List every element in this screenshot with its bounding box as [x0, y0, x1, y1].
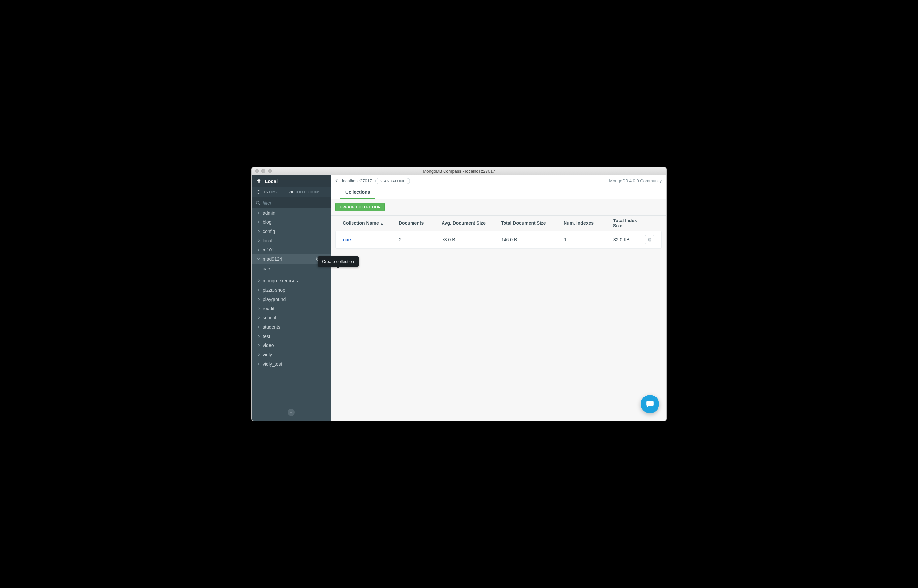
server-version: MongoDB 4.0.0 Community: [609, 178, 662, 183]
cell-docs: 2: [399, 237, 442, 242]
col-idx-header[interactable]: Num. Indexes: [564, 221, 613, 226]
database-name: admin: [263, 210, 327, 216]
col-name-header[interactable]: Collection Name▲: [343, 221, 399, 226]
chevron-right-icon: [256, 239, 261, 242]
col-total-header[interactable]: Total Document Size: [501, 221, 564, 226]
sidebar-database-item[interactable]: vidly: [252, 350, 331, 359]
cell-idx: 1: [564, 237, 613, 242]
chevron-right-icon: [256, 279, 261, 283]
database-name: video: [263, 343, 327, 348]
sidebar-database-item[interactable]: mongo-exercises: [252, 276, 331, 286]
chevron-right-icon: [256, 353, 261, 356]
sidebar: Local 16 DBS 30 COLLECTIONS adminblogcon…: [252, 175, 331, 420]
db-count-label: DBS: [269, 190, 276, 194]
table-row: cars 2 73.0 B 146.0 B 1 32.0 KB: [335, 231, 662, 249]
chevron-right-icon: [256, 344, 261, 347]
col-docs-header[interactable]: Documents: [399, 221, 441, 226]
cell-avg: 73.0 B: [442, 237, 501, 242]
collection-link[interactable]: cars: [343, 237, 399, 242]
traffic-lights: [255, 169, 272, 173]
sidebar-database-item[interactable]: students: [252, 322, 331, 331]
database-name: mongo-exercises: [263, 278, 327, 283]
database-name: test: [263, 334, 327, 339]
database-name: mad9124: [263, 257, 315, 262]
action-bar: CREATE COLLECTION: [331, 199, 666, 216]
sidebar-database-item[interactable]: blog: [252, 218, 331, 227]
filter-input[interactable]: [263, 200, 327, 206]
database-name: playground: [263, 297, 327, 302]
chevron-right-icon: [256, 230, 261, 233]
sidebar-database-item[interactable]: m101: [252, 245, 331, 254]
window-title: MongoDB Compass - localhost:27017: [252, 169, 666, 174]
search-icon: [255, 201, 260, 205]
app-window: MongoDB Compass - localhost:27017 Local …: [251, 167, 667, 421]
chevron-right-icon: [256, 211, 261, 215]
tab-collections[interactable]: Collections: [340, 186, 375, 199]
create-collection-button[interactable]: CREATE COLLECTION: [335, 203, 385, 211]
breadcrumb[interactable]: localhost:27017: [342, 178, 372, 183]
close-window-button[interactable]: [255, 169, 259, 173]
topology-badge: STANDALONE: [375, 178, 410, 184]
database-name: pizza-shop: [263, 288, 327, 293]
chevron-down-icon: [256, 258, 261, 260]
home-icon: [256, 178, 262, 184]
database-name: vidly: [263, 352, 327, 357]
chevron-right-icon: [256, 362, 261, 365]
collections-table: Collection Name▲ Documents Avg. Document…: [331, 216, 666, 253]
sidebar-stats: 16 DBS 30 COLLECTIONS: [252, 187, 331, 197]
sidebar-database-item[interactable]: pizza-shop: [252, 286, 331, 295]
col-avg-header[interactable]: Avg. Document Size: [441, 221, 501, 226]
sidebar-header[interactable]: Local: [252, 175, 331, 187]
chevron-right-icon: [256, 288, 261, 292]
tabs: Collections: [331, 187, 666, 199]
col-idxsize-header[interactable]: Total Index Size: [613, 218, 639, 228]
back-button[interactable]: [335, 178, 339, 184]
sidebar-database-item[interactable]: config: [252, 227, 331, 236]
sort-asc-icon: ▲: [380, 222, 383, 225]
database-name: vidly_test: [263, 361, 327, 367]
database-name: reddit: [263, 306, 327, 311]
sidebar-database-item[interactable]: vidly_test: [252, 359, 331, 368]
create-database-button[interactable]: +: [288, 409, 295, 416]
table-header-row: Collection Name▲ Documents Avg. Document…: [335, 216, 662, 231]
database-name: m101: [263, 247, 327, 252]
sidebar-search: [252, 197, 331, 208]
delete-collection-button[interactable]: [645, 235, 654, 244]
sidebar-title: Local: [265, 178, 278, 184]
sidebar-database-item[interactable]: reddit: [252, 304, 331, 313]
chevron-right-icon: [256, 316, 261, 319]
refresh-icon[interactable]: [256, 190, 260, 195]
coll-count: 30: [289, 190, 293, 194]
chevron-right-icon: [256, 297, 261, 301]
minimize-window-button[interactable]: [262, 169, 265, 173]
trash-icon: [647, 237, 652, 242]
database-name: blog: [263, 220, 327, 225]
create-collection-tooltip: Create collection: [318, 257, 359, 267]
main-pane: localhost:27017 STANDALONE MongoDB 4.0.0…: [331, 175, 666, 420]
sidebar-database-item[interactable]: test: [252, 331, 331, 341]
help-chat-button[interactable]: [641, 395, 659, 413]
database-list: adminblogconfiglocalm101mad9124carsmongo…: [252, 208, 331, 420]
titlebar: MongoDB Compass - localhost:27017: [251, 167, 667, 175]
database-name: school: [263, 315, 327, 320]
coll-count-label: COLLECTIONS: [294, 190, 320, 194]
chevron-right-icon: [256, 248, 261, 252]
sidebar-database-item[interactable]: admin: [252, 208, 331, 218]
zoom-window-button[interactable]: [268, 169, 272, 173]
database-name: config: [263, 229, 327, 234]
sidebar-database-item[interactable]: local: [252, 236, 331, 245]
sidebar-database-item[interactable]: playground: [252, 295, 331, 304]
chevron-right-icon: [256, 307, 261, 310]
cell-idxsize: 32.0 KB: [613, 237, 638, 242]
chat-icon: [646, 400, 654, 409]
sidebar-database-item[interactable]: video: [252, 341, 331, 350]
chevron-right-icon: [256, 334, 261, 338]
chevron-right-icon: [256, 325, 261, 329]
db-count: 16: [264, 190, 268, 194]
database-name: local: [263, 238, 327, 243]
sidebar-database-item[interactable]: school: [252, 313, 331, 322]
topbar: localhost:27017 STANDALONE MongoDB 4.0.0…: [331, 175, 666, 187]
database-name: students: [263, 324, 327, 330]
cell-total: 146.0 B: [501, 237, 564, 242]
chevron-right-icon: [256, 221, 261, 224]
